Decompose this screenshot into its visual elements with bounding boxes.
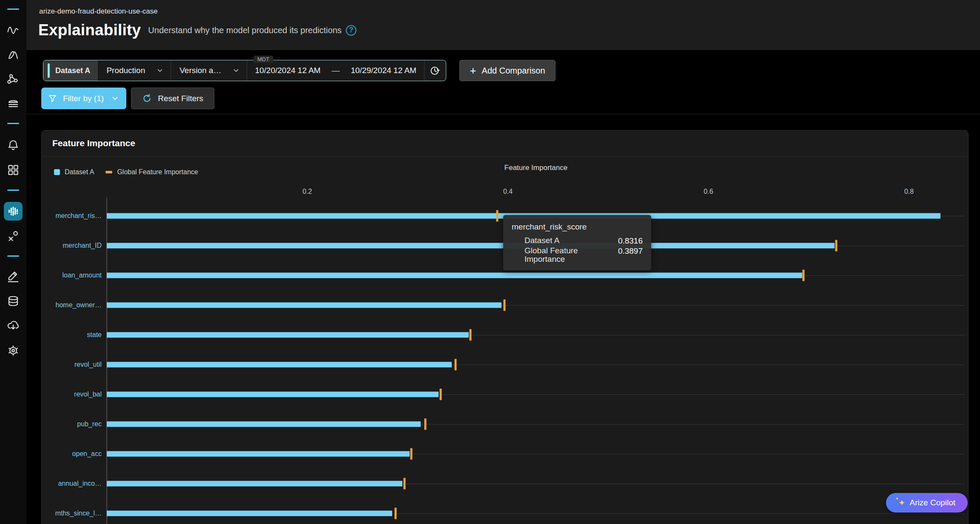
date-end[interactable]: 10/29/2024 12 AM [351,66,416,75]
settings-gear-icon[interactable] [7,344,20,357]
sidebar-divider [7,123,19,124]
global-importance-marker[interactable] [403,478,405,490]
dataset-a-bar[interactable] [107,392,439,397]
feature-label: home_owner… [42,301,102,309]
chart-row: revol_util [42,350,965,380]
dataset-a-bar[interactable] [107,451,410,457]
global-importance-marker[interactable] [439,389,442,400]
network-graph-icon[interactable] [7,73,20,86]
chart-row: state [42,320,965,350]
date-separator: — [332,66,340,75]
chart-row: open_acc [42,439,965,469]
dataset-a-bar[interactable] [107,273,802,278]
chart-row: revol_bal [42,380,965,409]
feature-label: pub_rec [42,420,102,428]
cloud-download-icon[interactable] [7,319,20,332]
refresh-icon [142,93,152,103]
x-axis-ticks: 0.20.40.60.8 [107,188,965,196]
funnel-icon [48,94,57,103]
help-icon[interactable]: ? [346,25,356,36]
dashboard-grid-icon[interactable] [7,164,20,176]
dataset-a-bar[interactable] [107,303,501,308]
dataset-a-bar[interactable] [107,332,469,338]
dataset-a-bar[interactable] [107,511,392,516]
section-divider [26,114,980,114]
chevron-down-icon [111,94,120,103]
bell-icon[interactable] [7,139,20,151]
legend-item-dataset-a[interactable]: Dataset A [54,168,94,176]
edit-pencil-icon[interactable] [7,270,20,283]
global-importance-marker[interactable] [802,270,804,281]
feature-importance-card: Feature Importance Dataset A Global Feat… [41,130,969,524]
feature-label: merchant_ID [42,242,102,249]
sidebar-divider [7,190,19,191]
feature-label: revol_util [42,361,102,368]
row-plot [107,469,965,499]
add-comparison-button[interactable]: + Add Comparison [459,60,556,81]
chart-row: pub_rec [42,409,965,439]
dataset-a-bar[interactable] [107,481,402,487]
explainability-equalizer-icon[interactable] [4,202,23,221]
dataset-selector-group: Dataset A Production Version a… 10/20/20… [43,60,446,81]
date-start[interactable]: 10/20/2024 12 AM [255,66,320,75]
database-icon[interactable] [7,295,20,308]
global-importance-marker[interactable] [835,240,838,252]
sparkles-icon: ✦ [898,499,906,507]
clock-history-icon[interactable] [424,60,446,81]
dataset-a-label: Dataset A [55,66,90,75]
chart-row: home_owner… [42,290,965,320]
chevron-down-icon [156,67,164,74]
chart-row: annual_inco… [42,469,965,499]
tick-label: 0.8 [904,188,914,195]
legend-swatch [54,169,60,175]
feature-label: state [42,331,102,339]
chart-row: mths_since_l… [42,499,965,524]
feature-label: annual_inco… [42,480,102,487]
feature-label: merchant_ris… [42,212,102,220]
row-plot [107,409,965,439]
dataset-a-chip: Dataset A [43,60,98,81]
global-importance-marker[interactable] [470,329,472,341]
arize-copilot-button[interactable]: ✦ Arize Copilot [886,493,968,513]
x-axis-title: Feature Importance [107,164,965,172]
reset-filters-button[interactable]: Reset Filters [131,88,214,109]
arize-logo-icon[interactable] [7,48,20,61]
feature-label: mths_since_l… [42,510,102,517]
breadcrumb[interactable]: arize-demo-fraud-detection-use-case [39,7,158,16]
page-header: arize-demo-fraud-detection-use-case Expl… [26,0,980,50]
tick-label: 0.2 [302,188,312,195]
row-plot [107,350,965,380]
filter-by-button[interactable]: Filter by (1) [41,88,126,109]
global-importance-marker[interactable] [424,419,427,430]
feature-label: loan_amount [42,272,102,279]
dataset-a-bar[interactable] [107,362,452,368]
tick-label: 0.4 [503,188,513,195]
version-dropdown[interactable]: Version a… [171,60,247,81]
layers-stack-icon[interactable] [7,97,20,110]
activity-icon[interactable] [7,24,20,37]
sidebar [0,0,26,524]
feature-label: revol_bal [42,391,102,398]
row-plot [107,499,965,524]
tooltip-row: Dataset A 0.8316 [512,236,643,246]
dataset-a-bar[interactable] [107,243,835,249]
global-importance-marker[interactable] [504,300,506,311]
row-plot [107,320,965,350]
row-plot [107,290,965,320]
global-importance-marker[interactable] [394,508,396,519]
timezone-label: MDT [254,56,273,63]
row-plot [107,439,965,469]
tooltip-row: Global Feature Importance 0.3897 [512,246,643,263]
embeddings-xo-icon[interactable] [7,230,20,243]
global-importance-marker[interactable] [496,210,499,222]
page-title: Explainability [38,21,141,39]
chart-tooltip: merchant_risk_score Dataset A 0.8316 Glo… [503,215,651,270]
feature-label: open_acc [42,450,102,458]
dataset-a-bar[interactable] [107,422,421,427]
tick-label: 0.6 [704,188,713,195]
environment-dropdown[interactable]: Production [98,60,171,81]
global-importance-marker[interactable] [410,448,413,460]
date-range-field[interactable]: 10/20/2024 12 AM — 10/29/2024 12 AM [247,60,424,81]
global-importance-marker[interactable] [454,359,456,371]
card-title: Feature Importance [52,138,135,148]
